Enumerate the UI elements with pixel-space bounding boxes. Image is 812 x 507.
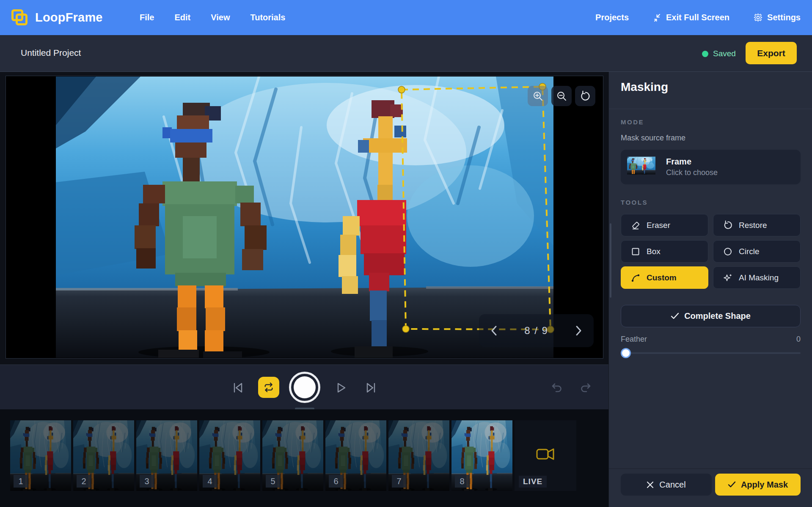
tool-custom-button-active[interactable]: Custom: [621, 266, 708, 289]
zoom-out-button[interactable]: [551, 86, 572, 106]
exit-fullscreen-button[interactable]: Exit Full Screen: [652, 13, 729, 22]
mode-section-label: MODE: [621, 118, 644, 126]
save-status: Saved: [702, 49, 736, 58]
feather-slider[interactable]: [621, 348, 801, 359]
sparkles-icon: [723, 273, 733, 283]
skip-to-end-button[interactable]: [363, 381, 378, 394]
canvas-viewport[interactable]: 8 / 9: [6, 76, 603, 359]
frame-card-text: Frame Click to choose: [666, 157, 718, 177]
undo-icon: [549, 383, 563, 394]
frame-thumbnail-5[interactable]: 5: [262, 420, 323, 491]
frame-number-badge: 1: [14, 475, 28, 488]
previous-frame-button[interactable]: [490, 325, 498, 337]
frame-card-title: Frame: [666, 157, 718, 167]
frame-thumbnail-1[interactable]: 1: [10, 420, 71, 491]
frame-thumbnail-2[interactable]: 2: [73, 420, 134, 491]
playback-controls-bar: [0, 364, 608, 409]
frame-number-badge: 3: [140, 475, 154, 488]
menu-edit[interactable]: Edit: [174, 13, 190, 22]
zoom-in-button[interactable]: [528, 86, 548, 106]
play-button[interactable]: [334, 381, 347, 394]
undo-button[interactable]: [549, 383, 563, 394]
apply-mask-label: Apply Mask: [741, 480, 788, 490]
projects-label: Projects: [595, 13, 629, 22]
top-menu-bar: LoopFrame File Edit View Tutorials Proje…: [0, 0, 812, 35]
menu-group: File Edit View Tutorials: [140, 0, 285, 35]
settings-button[interactable]: Settings: [753, 13, 801, 22]
topbar-right-group: Projects Exit Full Screen: [595, 0, 801, 35]
restore-icon: [723, 220, 733, 230]
frame-thumbnail-6[interactable]: 6: [325, 420, 386, 491]
tool-restore-button[interactable]: Restore: [713, 214, 801, 236]
live-view-tile[interactable]: LIVE: [515, 420, 576, 491]
tool-label: AI Masking: [739, 273, 779, 282]
mask-source-frame-card[interactable]: Frame Click to choose: [621, 150, 801, 184]
tool-circle-button[interactable]: Circle: [713, 240, 801, 263]
complete-shape-label: Complete Shape: [684, 311, 751, 321]
workspace: 8 / 9: [0, 72, 608, 364]
feather-row: Feather 0: [621, 335, 801, 344]
feather-slider-track[interactable]: [621, 352, 801, 354]
eraser-icon: [630, 220, 641, 230]
record-icon: [294, 376, 316, 398]
frame-counter: 8 / 9: [524, 325, 548, 337]
menu-file[interactable]: File: [140, 13, 154, 22]
masking-panel: Masking MODE Mask source frame Frame Cli…: [608, 72, 812, 507]
frame-thumbnail-4[interactable]: 4: [199, 420, 260, 491]
box-icon: [630, 247, 641, 257]
reset-view-icon: [580, 90, 591, 102]
check-icon: [671, 312, 679, 320]
reset-view-button[interactable]: [575, 86, 595, 106]
exit-fullscreen-icon: [652, 13, 662, 22]
tool-box-button[interactable]: Box: [621, 240, 708, 263]
menu-tutorials[interactable]: Tutorials: [250, 13, 285, 22]
current-frame-photo: [56, 77, 553, 358]
project-title: Untitled Project: [21, 48, 81, 58]
mask-source-frame-label: Mask source frame: [621, 134, 685, 143]
footer-divider: [609, 469, 812, 469]
export-label: Export: [757, 48, 785, 58]
tool-label: Custom: [647, 273, 677, 282]
frame-thumbnail-3[interactable]: 3: [136, 420, 197, 491]
app-name: LoopFrame: [35, 11, 103, 25]
skip-to-start-button[interactable]: [231, 381, 246, 394]
tool-ai-masking-button[interactable]: AI Masking: [713, 266, 801, 289]
apply-mask-button[interactable]: Apply Mask: [715, 474, 801, 496]
next-frame-button[interactable]: [574, 325, 583, 337]
frame-card-subtitle: Click to choose: [666, 168, 718, 177]
redo-button[interactable]: [580, 383, 593, 394]
filmstrip-timeline: 1 2 3 4 5 6 7 8: [0, 409, 608, 507]
feather-value: 0: [796, 335, 801, 344]
loop-icon: [262, 381, 275, 394]
loop-toggle-button[interactable]: [258, 377, 279, 398]
projects-button[interactable]: Projects: [595, 13, 629, 22]
zoom-in-icon: [532, 90, 544, 102]
curve-pen-icon: [630, 273, 641, 283]
record-capture-button[interactable]: [289, 372, 320, 403]
feather-slider-thumb[interactable]: [621, 348, 631, 358]
tool-label: Circle: [739, 247, 760, 256]
export-button[interactable]: Export: [746, 42, 797, 64]
frame-number-badge: 6: [329, 475, 343, 488]
redo-icon: [580, 383, 593, 394]
panel-title: Masking: [621, 80, 668, 94]
app-window: LoopFrame File Edit View Tutorials Proje…: [0, 0, 812, 507]
zoom-out-icon: [556, 90, 567, 102]
menu-view[interactable]: View: [211, 13, 230, 22]
skip-to-end-icon: [363, 381, 378, 394]
tools-section-label: TOOLS: [621, 199, 648, 206]
frame-number-badge: 8: [455, 475, 469, 488]
app-logo[interactable]: LoopFrame: [11, 8, 103, 26]
skip-to-start-icon: [231, 381, 246, 394]
tool-eraser-button[interactable]: Eraser: [621, 214, 708, 236]
canvas-zoom-controls: [528, 86, 595, 106]
complete-shape-button[interactable]: Complete Shape: [621, 305, 801, 327]
sidebar-scrollbar[interactable]: [610, 223, 611, 298]
live-label: LIVE: [519, 476, 547, 488]
frame-thumbnail-8-selected[interactable]: 8: [451, 420, 512, 491]
cancel-button[interactable]: Cancel: [621, 474, 712, 496]
frame-card-thumbnail: [627, 156, 658, 178]
frame-thumbnail-7[interactable]: 7: [388, 420, 449, 491]
feather-label: Feather: [621, 335, 647, 344]
saved-status-dot: [702, 51, 708, 57]
